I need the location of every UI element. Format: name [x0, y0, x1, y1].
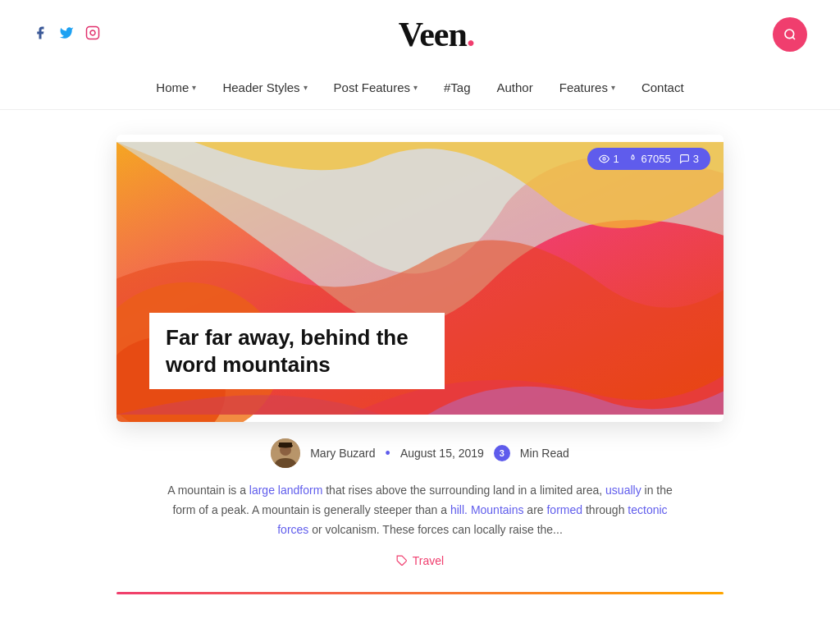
- svg-rect-0: [87, 26, 99, 39]
- svg-line-3: [792, 37, 795, 39]
- site-logo[interactable]: Veen.: [399, 15, 475, 54]
- social-icons: [33, 25, 100, 44]
- eye-icon: [599, 154, 609, 164]
- desc-link-4[interactable]: Mountains: [471, 503, 524, 516]
- chevron-down-icon: ▾: [413, 83, 418, 92]
- post-description: A mountain is a large landform that rise…: [166, 481, 674, 539]
- desc-link-2[interactable]: usually: [605, 484, 641, 497]
- hero-image-wrapper[interactable]: 1 67055 3 Far far away, behind the word …: [116, 135, 724, 422]
- chevron-down-icon: ▾: [611, 83, 615, 92]
- nav-item-header-styles[interactable]: Header Styles ▾: [222, 80, 307, 94]
- author-avatar: [271, 438, 300, 468]
- bottom-divider: [116, 592, 724, 594]
- chevron-down-icon: ▾: [192, 83, 196, 92]
- main-nav: Home ▾ Header Styles ▾ Post Features ▾ #…: [0, 69, 840, 110]
- stats-badge: 1 67055 3: [587, 148, 710, 170]
- views-stat: 1: [599, 153, 619, 165]
- comments-stat: 3: [679, 153, 699, 165]
- main-content: 1 67055 3 Far far away, behind the word …: [100, 110, 740, 619]
- svg-rect-11: [279, 442, 292, 447]
- separator-dot: •: [386, 446, 390, 461]
- hero-title[interactable]: Far far away, behind the word mountains: [166, 324, 428, 378]
- nav-item-features[interactable]: Features ▾: [559, 80, 615, 94]
- desc-link-5[interactable]: formed: [546, 503, 582, 516]
- header: Veen.: [0, 0, 840, 69]
- instagram-icon[interactable]: [85, 25, 100, 44]
- search-button[interactable]: [773, 17, 807, 52]
- hero-title-box: Far far away, behind the word mountains: [149, 313, 445, 389]
- fire-icon: [628, 154, 638, 164]
- desc-link-1[interactable]: large landform: [249, 484, 323, 497]
- nav-item-author[interactable]: Author: [497, 80, 533, 94]
- svg-point-2: [785, 30, 794, 39]
- chevron-down-icon: ▾: [304, 83, 308, 92]
- nav-item-post-features[interactable]: Post Features ▾: [334, 80, 418, 94]
- min-read-label: Min Read: [520, 447, 569, 460]
- facebook-icon[interactable]: [33, 25, 48, 44]
- post-date: August 15, 2019: [400, 447, 484, 460]
- comment-icon: [679, 154, 690, 164]
- twitter-icon[interactable]: [59, 25, 74, 44]
- nav-item-tag[interactable]: #Tag: [444, 80, 471, 94]
- logo-dot: .: [467, 16, 475, 53]
- post-meta: Mary Buzard • August 15, 2019 3 Min Read: [116, 438, 724, 468]
- search-icon: [783, 28, 797, 41]
- likes-stat: 67055: [628, 153, 671, 165]
- desc-link-3[interactable]: hill.: [450, 503, 468, 516]
- svg-point-7: [603, 158, 605, 160]
- category-tag[interactable]: Travel: [116, 554, 724, 567]
- author-name[interactable]: Mary Buzard: [310, 447, 375, 460]
- logo-text: Veen: [399, 16, 467, 53]
- tag-icon: [396, 555, 408, 566]
- nav-item-contact[interactable]: Contact: [641, 80, 684, 94]
- category-label: Travel: [413, 554, 444, 567]
- nav-item-home[interactable]: Home ▾: [156, 80, 196, 94]
- min-read-badge: 3: [494, 445, 510, 461]
